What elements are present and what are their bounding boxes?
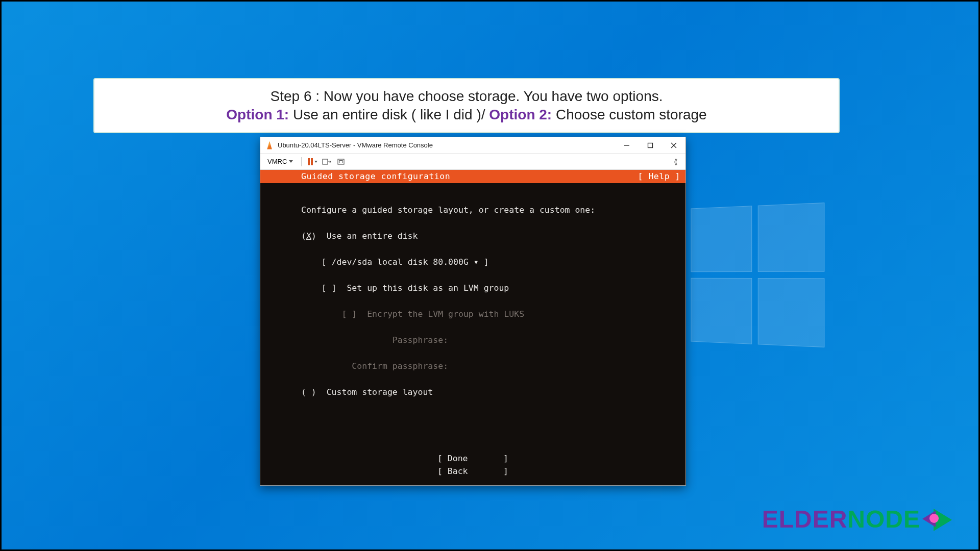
confirm-passphrase-label: Confirm passphrase: [352,361,448,371]
svg-rect-6 [339,160,342,163]
close-button[interactable] [662,137,685,154]
vmrc-menu[interactable]: VMRC [264,157,296,166]
minimize-button[interactable] [615,137,639,154]
banner-line-1: Step 6 : Now you have choose storage. Yo… [110,88,823,105]
vmware-window: Ubuntu-20.04LTS-Server - VMware Remote C… [260,137,686,486]
maximize-icon [647,142,653,148]
option-2-label: Option 2: [489,107,552,122]
send-keys-icon [322,158,331,166]
brand-part-2: NODE [847,505,920,533]
pause-icon [308,158,313,165]
close-icon [671,142,677,148]
installer-title: Guided storage configuration [301,170,450,183]
pin-icon: ⟪ [674,158,678,166]
vmware-app-icon [265,141,274,149]
help-button[interactable]: [ Help ] [638,170,680,183]
toolbar-separator [301,157,302,166]
option-1-label: Option 1: [226,107,289,122]
svg-rect-5 [338,159,344,164]
vmware-toolbar: VMRC ⟪ [260,154,685,170]
installer-header: Guided storage configuration [ Help ] [260,170,685,183]
window-title: Ubuntu-20.04LTS-Server - VMware Remote C… [278,141,433,149]
disk-select-dropdown[interactable]: [ /dev/sda local disk 80.000G ▾ ] [322,257,489,267]
lvm-checkbox[interactable]: [ ] Set up this disk as an LVM group [322,283,509,293]
done-button[interactable]: [ Done ] [437,454,508,463]
passphrase-label: Passphrase: [393,335,448,345]
windows-logo-background [691,203,824,347]
radio-use-entire-disk[interactable]: (X) Use an entire disk [301,231,418,241]
pin-toolbar-button[interactable]: ⟪ [670,156,681,167]
luks-checkbox: [ ] Encrypt the LVM group with LUKS [341,309,524,319]
installer-body: Configure a guided storage layout, or cr… [260,183,685,402]
svg-rect-4 [323,159,328,164]
minimize-icon [624,142,630,148]
chevron-down-icon [289,160,293,163]
window-titlebar: Ubuntu-20.04LTS-Server - VMware Remote C… [260,137,685,154]
brand-glyph-icon [922,504,958,534]
ubuntu-installer-screen[interactable]: Guided storage configuration [ Help ] Co… [260,170,685,485]
fullscreen-button[interactable] [335,156,347,167]
vmrc-menu-label: VMRC [267,158,287,165]
fullscreen-icon [336,158,346,166]
installer-intro: Configure a guided storage layout, or cr… [301,205,595,215]
installer-footer: [ Done ] [ Back ] [260,452,685,478]
send-ctrl-alt-del-button[interactable] [321,156,332,167]
instruction-banner: Step 6 : Now you have choose storage. Yo… [93,78,840,133]
radio-custom-storage[interactable]: ( ) Custom storage layout [301,387,433,397]
banner-line-2: Option 1: Use an entire disk ( like I di… [110,107,823,123]
eldernode-logo: ELDERNODE [762,504,958,534]
chevron-down-icon [314,161,317,163]
pause-button[interactable] [307,156,318,167]
svg-rect-1 [648,143,653,147]
back-button[interactable]: [ Back ] [437,466,508,476]
maximize-button[interactable] [639,137,662,154]
brand-part-1: ELDER [762,505,848,533]
